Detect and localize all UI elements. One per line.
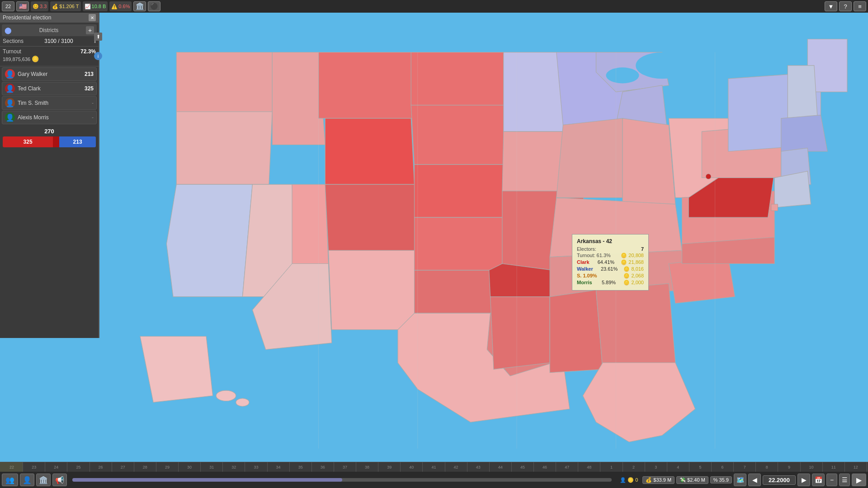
tick-28[interactable]: 28 bbox=[134, 462, 156, 472]
tick-9[interactable]: 9 bbox=[778, 462, 800, 472]
money-stat: 💰 $1.206 T bbox=[50, 1, 80, 11]
tick-25[interactable]: 25 bbox=[67, 462, 90, 472]
top-bar: 22 🇺🇸 😊 3.3 💰 $1.206 T 📈 10.8 B ⚠️ 0.6% … bbox=[0, 0, 868, 13]
tick-34[interactable]: 34 bbox=[268, 462, 290, 472]
tick-4[interactable]: 4 bbox=[667, 462, 689, 472]
tick-32[interactable]: 32 bbox=[223, 462, 245, 472]
tick-45[interactable]: 45 bbox=[512, 462, 534, 472]
svg-marker-1 bbox=[176, 52, 272, 112]
tick-33[interactable]: 33 bbox=[245, 462, 267, 472]
tick-30[interactable]: 30 bbox=[179, 462, 201, 472]
candidate-row-morris[interactable]: 👤 Alexis Morris - bbox=[2, 111, 97, 124]
svg-marker-15 bbox=[415, 217, 504, 270]
scroll-right-btn[interactable]: ▶ bbox=[852, 474, 866, 486]
candidate-row-smith[interactable]: 👤 Tim S. Smith - bbox=[2, 96, 97, 110]
turnout-row-label: Turnout: 61.3% bbox=[577, 253, 611, 258]
tooltip-title: Arkansas - 42 bbox=[577, 238, 644, 244]
filter-btn[interactable]: ▼ bbox=[825, 1, 837, 11]
tick-23[interactable]: 23 bbox=[23, 462, 45, 472]
tick-5[interactable]: 5 bbox=[689, 462, 712, 472]
svg-point-51 bbox=[216, 390, 236, 401]
tick-38[interactable]: 38 bbox=[356, 462, 378, 472]
tick-44[interactable]: 44 bbox=[490, 462, 512, 472]
tick-26[interactable]: 26 bbox=[90, 462, 112, 472]
tick-47[interactable]: 47 bbox=[556, 462, 578, 472]
panel-title-bar: Presidential election ✕ bbox=[0, 13, 99, 23]
tick-39[interactable]: 39 bbox=[378, 462, 401, 472]
walker-tooltip-label: Walker bbox=[577, 266, 593, 272]
tick-27[interactable]: 27 bbox=[112, 462, 134, 472]
tick-35[interactable]: 35 bbox=[290, 462, 312, 472]
money1-display: 💰 $33.9 M bbox=[642, 476, 675, 484]
candidate-row-walker[interactable]: 👤 Gary Walker 213 bbox=[2, 67, 97, 81]
svg-marker-31 bbox=[491, 297, 550, 370]
speaker-btn[interactable]: 📢 bbox=[52, 474, 67, 486]
svg-point-48 bbox=[606, 67, 639, 83]
tick-42[interactable]: 42 bbox=[445, 462, 467, 472]
tick-2[interactable]: 2 bbox=[623, 462, 645, 472]
tick-43[interactable]: 43 bbox=[467, 462, 490, 472]
tick-46[interactable]: 46 bbox=[534, 462, 556, 472]
districts-radio[interactable]: ⬤ bbox=[5, 27, 12, 34]
tick-1[interactable]: 1 bbox=[600, 462, 623, 472]
svg-marker-12 bbox=[411, 52, 504, 105]
info-btn[interactable]: i bbox=[94, 52, 102, 60]
tick-31[interactable]: 31 bbox=[201, 462, 223, 472]
list-btn[interactable]: ☰ bbox=[839, 474, 850, 486]
tick-36[interactable]: 36 bbox=[312, 462, 334, 472]
tick-29[interactable]: 29 bbox=[156, 462, 179, 472]
bottom-person-icon: 👤 🪙 0 bbox=[617, 477, 641, 483]
money1: $33.9 M bbox=[653, 477, 671, 483]
tick-7[interactable]: 7 bbox=[734, 462, 756, 472]
year-button[interactable]: 22 bbox=[2, 1, 14, 11]
tooltip-electors-row: Electors: 7 bbox=[577, 246, 644, 252]
tick-22[interactable]: 22 bbox=[1, 462, 23, 472]
tick-8[interactable]: 8 bbox=[756, 462, 778, 472]
growth-stat: 📈 10.8 B bbox=[83, 1, 108, 11]
calendar-btn[interactable]: 📅 bbox=[812, 474, 825, 486]
progress-fill bbox=[72, 478, 342, 482]
tick-6[interactable]: 6 bbox=[712, 462, 734, 472]
turnout-label: Turnout bbox=[3, 48, 21, 55]
export-btn[interactable]: ⬆ bbox=[94, 33, 102, 41]
svg-marker-14 bbox=[415, 164, 504, 217]
flag-button[interactable]: 🇺🇸 bbox=[16, 1, 29, 11]
svg-marker-33 bbox=[596, 283, 675, 369]
tick-12[interactable]: 12 bbox=[845, 462, 867, 472]
next-btn[interactable]: ▶ bbox=[797, 474, 810, 486]
districts-add-btn[interactable]: + bbox=[86, 26, 94, 34]
year-display: 22.2000 bbox=[763, 475, 796, 485]
tooltip-smith-row: S. 1.09% 🪙 2,068 bbox=[577, 273, 644, 279]
sections-label: Sections bbox=[3, 38, 24, 44]
minus-btn[interactable]: − bbox=[826, 474, 837, 486]
tick-24[interactable]: 24 bbox=[45, 462, 67, 472]
tick-3[interactable]: 3 bbox=[645, 462, 667, 472]
prev-btn[interactable]: ◀ bbox=[748, 474, 761, 486]
tick-11[interactable]: 11 bbox=[823, 462, 845, 472]
panel-close-btn[interactable]: ✕ bbox=[89, 14, 96, 21]
map-area[interactable]: Arkansas - 42 Electors: 7 Turnout: 61.3%… bbox=[99, 13, 868, 462]
dots-btn[interactable]: ⚫ bbox=[148, 1, 160, 11]
tooltip-walker-row: Walker 23.61% 🪙 8,016 bbox=[577, 266, 644, 272]
person-btn[interactable]: 👤 bbox=[20, 474, 34, 486]
svg-marker-45 bbox=[774, 171, 811, 207]
building-bottom-btn[interactable]: 🏛️ bbox=[36, 474, 51, 486]
blue-score: 213 bbox=[73, 139, 82, 145]
growth-value: 10.8 B bbox=[92, 4, 106, 9]
tick-48[interactable]: 48 bbox=[578, 462, 600, 472]
settings-btn[interactable]: ≡ bbox=[854, 1, 866, 11]
tick-41[interactable]: 41 bbox=[423, 462, 445, 472]
candidate-row-clark[interactable]: 👤 Ted Clark 325 bbox=[2, 82, 97, 95]
clark-label: Clark bbox=[577, 259, 590, 265]
tick-10[interactable]: 10 bbox=[801, 462, 823, 472]
map-view-btn[interactable]: 🗺️ bbox=[734, 474, 746, 486]
tick-37[interactable]: 37 bbox=[334, 462, 356, 472]
svg-marker-3 bbox=[166, 184, 252, 297]
help-btn[interactable]: ? bbox=[839, 1, 852, 11]
left-panel: Presidential election ✕ i ⬆ ⬤ Districts … bbox=[0, 13, 99, 338]
svg-marker-42 bbox=[788, 66, 817, 118]
people-btn[interactable]: 👥 bbox=[2, 474, 18, 486]
building-btn[interactable]: 🏛️ bbox=[133, 1, 146, 11]
tick-40[interactable]: 40 bbox=[401, 462, 423, 472]
walker-pct: 23.61% bbox=[601, 266, 618, 272]
